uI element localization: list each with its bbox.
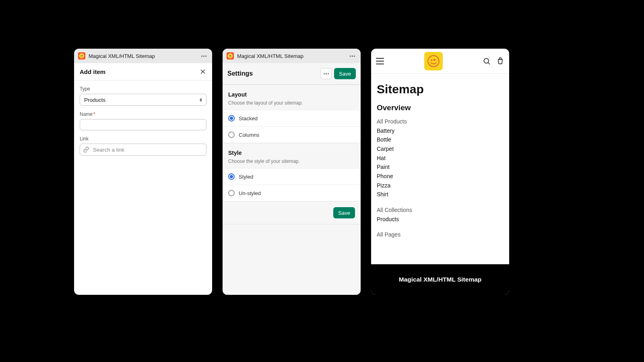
svg-point-0 — [79, 53, 85, 59]
link-input[interactable] — [80, 144, 206, 156]
sitemap-link-all-collections[interactable]: All Collections — [377, 206, 504, 215]
app-logo-icon — [78, 52, 85, 60]
style-section-title: Style — [228, 150, 355, 156]
name-label: Name* — [80, 111, 206, 117]
panel-title: Add item — [80, 68, 105, 75]
radio-icon — [228, 173, 235, 180]
svg-point-6 — [431, 59, 432, 61]
style-option-styled[interactable]: Styled — [223, 168, 361, 185]
svg-point-2 — [228, 53, 233, 59]
sitemap-link-product[interactable]: Phone — [377, 172, 504, 181]
settings-title: Settings — [227, 70, 253, 77]
radio-icon — [228, 190, 235, 196]
cart-icon[interactable] — [496, 57, 504, 65]
more-menu-button[interactable] — [200, 54, 208, 58]
sitemap-link-product[interactable]: Paint — [377, 162, 504, 172]
link-icon — [83, 146, 89, 153]
sitemap-link-product[interactable]: Bottle — [377, 135, 504, 144]
sitemap-products-block: All Products Battery Bottle Carpet Hat P… — [377, 117, 504, 199]
radio-icon — [228, 115, 235, 121]
panel-settings: Magical XML/HTML Sitemap Settings Save L… — [223, 49, 361, 295]
sitemap-link-product[interactable]: Hat — [377, 154, 504, 163]
sitemap-link-product[interactable]: Pizza — [377, 181, 504, 190]
svg-point-1 — [80, 55, 81, 56]
app-title: Magical XML/HTML Sitemap — [237, 53, 345, 59]
storefront-footer: Magical XML/HTML Sitemap — [371, 264, 509, 295]
sitemap-link-product[interactable]: Shirt — [377, 190, 504, 199]
app-bar: Magical XML/HTML Sitemap — [74, 49, 212, 63]
sitemap-page-title: Sitemap — [377, 82, 504, 96]
more-menu-button[interactable] — [348, 54, 357, 58]
footer-save-button[interactable]: Save — [333, 207, 355, 218]
sitemap-link-all-products[interactable]: All Products — [377, 117, 504, 126]
name-input[interactable] — [80, 119, 206, 130]
search-icon[interactable] — [483, 57, 491, 65]
hamburger-menu-icon[interactable] — [376, 58, 384, 64]
svg-point-3 — [229, 55, 230, 56]
layout-section-subtitle: Choose the layout of your sitemap. — [228, 100, 355, 106]
brand-logo-icon — [424, 52, 443, 70]
sitemap-link-collection[interactable]: Products — [377, 215, 504, 224]
link-label: Link — [80, 136, 206, 142]
sitemap-overview-title: Overview — [377, 103, 504, 112]
panel-storefront-preview: Sitemap Overview All Products Battery Bo… — [371, 49, 509, 295]
layout-option-stacked[interactable]: Stacked — [223, 110, 361, 126]
type-label: Type — [80, 86, 206, 92]
sitemap-link-product[interactable]: Carpet — [377, 144, 504, 154]
panel-add-item: Magical XML/HTML Sitemap Add item Type P… — [74, 49, 212, 295]
settings-more-button[interactable] — [320, 68, 332, 79]
footer-text: Magical XML/HTML Sitemap — [399, 276, 482, 283]
app-title: Magical XML/HTML Sitemap — [89, 53, 196, 59]
sitemap-link-all-pages[interactable]: All Pages — [377, 230, 504, 239]
type-select[interactable]: Products — [80, 94, 206, 106]
sitemap-pages-block: All Pages — [377, 230, 504, 239]
app-bar: Magical XML/HTML Sitemap — [223, 49, 361, 63]
storefront-header — [371, 49, 509, 74]
layout-option-columns[interactable]: Columns — [223, 126, 361, 143]
radio-icon — [228, 132, 235, 138]
save-button[interactable]: Save — [334, 68, 356, 79]
close-icon[interactable] — [199, 68, 206, 75]
style-section-subtitle: Choose the style of your sitemap. — [228, 158, 355, 164]
layout-section-title: Layout — [228, 91, 355, 98]
sitemap-collections-block: All Collections Products — [377, 206, 504, 224]
style-option-unstyled[interactable]: Un-styled — [223, 185, 361, 201]
app-logo-icon — [227, 52, 234, 60]
sitemap-link-product[interactable]: Battery — [377, 126, 504, 136]
